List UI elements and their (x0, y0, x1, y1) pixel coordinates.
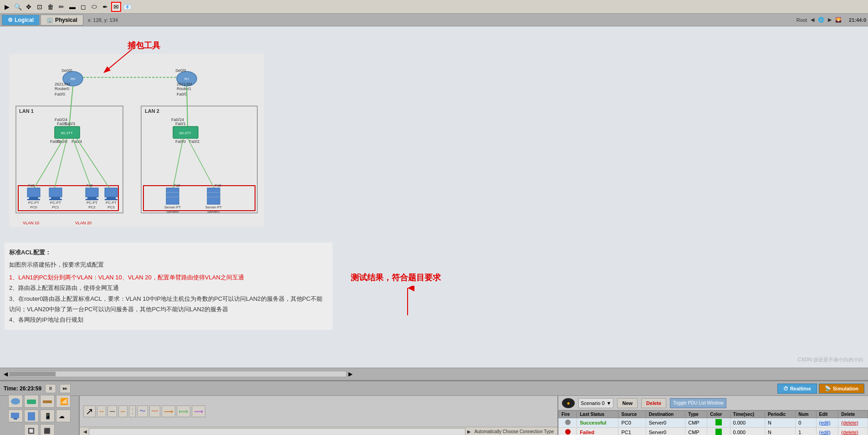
step-btn[interactable]: ⏭ (60, 384, 71, 393)
tool-pdu[interactable]: ✉ (111, 2, 121, 12)
svg-text:R0: R0 (71, 77, 76, 81)
conn-coax[interactable]: 〰 (149, 405, 160, 417)
tool-zoom[interactable]: 🔍 (13, 2, 23, 12)
play-pause-btn[interactable]: ⏸ (45, 384, 56, 393)
col-fire: Fire (559, 411, 577, 418)
device-phone[interactable]: 📱 (40, 410, 55, 422)
bt-main-row: 📶 📱 ☁ 🔲 ⬛ ↗ ╌ ─ ╌ ⁚ 〜 〰 ⟿ (0, 396, 868, 435)
svg-text:Se0/0: Se0/0 (61, 68, 72, 73)
svg-rect-49 (49, 199, 62, 200)
tool-select[interactable]: ▶ (2, 2, 12, 12)
realtime-btn[interactable]: ⏱ Realtime (777, 384, 817, 394)
pdu-row-color (707, 418, 730, 428)
tool-delete[interactable]: 🗑 (46, 2, 56, 12)
svg-text:PC1: PC1 (52, 205, 59, 209)
physical-tab-label: Physical (55, 17, 77, 23)
conn-octal[interactable]: ⟿ (192, 405, 205, 417)
tool-ellipse[interactable]: ◻ (78, 2, 88, 12)
main-area: 捕包工具 R0 Se0/0 2621XM Router0 Fa0/0 R1 Se… (0, 26, 868, 368)
conn-copper-straight[interactable]: ─ (107, 405, 117, 417)
device-switch[interactable] (24, 395, 39, 408)
desc-item-4: 4、各网段的IP地址自行规划 (9, 314, 328, 325)
scroll-left2[interactable]: ◀ (83, 429, 87, 434)
svg-rect-60 (105, 199, 117, 200)
conn-serial-dce[interactable]: ⟿ (162, 405, 175, 417)
scrollbar-thumb[interactable] (10, 372, 56, 376)
pdu-row-periodic: N (765, 418, 795, 428)
logical-tab-icon: ⚙ (8, 17, 13, 23)
tool-rect[interactable]: ▬ (67, 2, 77, 12)
device-pc[interactable] (8, 410, 23, 422)
conn-fiber[interactable]: ⁚ (129, 405, 136, 417)
device-custom1[interactable]: 🔲 (24, 424, 39, 435)
nav-home[interactable]: 🌐 (818, 17, 824, 23)
svg-rect-52 (86, 188, 98, 197)
tool-note[interactable]: ⊡ (35, 2, 45, 12)
tool-inspect[interactable]: ✏ (56, 2, 66, 12)
top-toolbar: ▶ 🔍 ✥ ⊡ 🗑 ✏ ▬ ◻ ⬭ ✒ ✉ 📧 (0, 0, 868, 14)
svg-rect-20 (143, 186, 255, 211)
tab-physical[interactable]: 🏢 Physical (41, 15, 83, 25)
bottom-toolbar: Time: 26:23:59 ⏸ ⏭ ⏱ Realtime 📡 Simulati… (0, 380, 868, 435)
capture-tool-text: 捕包工具 (128, 41, 160, 50)
conn-console[interactable]: ╌ (97, 405, 106, 417)
svg-text:🔲: 🔲 (28, 427, 35, 434)
svg-text:⬛: ⬛ (44, 427, 51, 434)
pdu-row-fire[interactable] (559, 428, 577, 435)
device-hub[interactable] (40, 395, 55, 408)
simulation-label: Simulation (833, 386, 858, 391)
device-server[interactable] (24, 410, 39, 422)
col-color: Color (707, 411, 730, 418)
tool-pen[interactable]: ✒ (100, 2, 110, 12)
scroll-left-arrow[interactable]: ◀ (4, 371, 8, 377)
nav-icon2[interactable]: 🌄 (835, 17, 842, 23)
device-cloud[interactable]: ☁ (56, 410, 71, 422)
conn-serial-dte[interactable]: ⟾ (177, 405, 190, 417)
tool-pdu2[interactable]: 📧 (122, 2, 132, 12)
scroll-right-arrow[interactable]: ▶ (348, 371, 352, 377)
connection-panel: ↗ ╌ ─ ╌ ⁚ 〜 〰 ⟿ ⟾ ⟿ ◀ ▶ Automatically Ch… (80, 396, 558, 435)
description-area: 标准ACL配置： 如图所示搭建拓扑，按要求完成配置 1、LAN1的PC划分到两个… (5, 243, 332, 330)
svg-text:📱: 📱 (44, 412, 52, 420)
device-row-1: 📶 (8, 395, 71, 408)
svg-text:Server-PT: Server-PT (164, 205, 181, 209)
nav-back[interactable]: ◀ (811, 17, 814, 23)
delete-pdu-button[interactable]: Delete (641, 398, 666, 408)
bt-time-row: Time: 26:23:59 ⏸ ⏭ ⏱ Realtime 📡 Simulati… (0, 381, 868, 396)
scenario-dropdown[interactable]: Scenario 0 ▼ (578, 398, 613, 408)
tool-move[interactable]: ✥ (24, 2, 34, 12)
test-result-arrow (401, 286, 414, 318)
realtime-icon: ⏱ (783, 386, 788, 391)
pdu-row-fire[interactable] (559, 418, 577, 428)
tool-freeform[interactable]: ⬭ (89, 2, 99, 12)
svg-text:2621XM: 2621XM (55, 82, 70, 86)
simulation-btn[interactable]: 📡 Simulation (819, 384, 864, 394)
svg-text:Fa0/0: Fa0/0 (175, 139, 186, 144)
conn-copper-cross[interactable]: ╌ (118, 405, 128, 417)
conn-phone[interactable]: 〜 (137, 405, 148, 417)
pdu-table-wrap: Fire Last Status Source Destination Type… (558, 410, 868, 435)
nav-forward[interactable]: ▶ (828, 17, 832, 23)
pdu-row-edit[interactable]: (edit) (816, 418, 838, 428)
network-diagram: R0 Se0/0 2621XM Router0 Fa0/0 R1 Se0/0 2… (9, 54, 264, 227)
new-pdu-button[interactable]: New (617, 398, 638, 408)
physical-tab-icon: 🏢 (46, 17, 53, 23)
scroll-right2[interactable]: ▶ (467, 429, 471, 434)
pdu-row-edit[interactable]: (edit) (816, 428, 838, 435)
device-custom2[interactable]: ⬛ (40, 424, 55, 435)
pdu-row-delete[interactable]: (delete) (838, 418, 868, 428)
toggle-pdu-button[interactable]: Toggle PDU List Window (670, 398, 726, 408)
pdu-row-color (707, 428, 730, 435)
device-router[interactable] (8, 395, 23, 408)
col-periodic: Periodic (765, 411, 795, 418)
pdu-row-delete[interactable]: (delete) (838, 428, 868, 435)
svg-text:Server1: Server1 (207, 210, 220, 214)
svg-text:R1: R1 (184, 77, 189, 81)
tab-logical[interactable]: ⚙ Logical (2, 15, 40, 25)
horizontal-scrollbar[interactable] (10, 371, 347, 377)
svg-text:Router0: Router0 (55, 86, 69, 91)
conn-auto[interactable]: ↗ (83, 405, 96, 417)
pdu-row-dest: Server0 (646, 418, 685, 428)
device-wireless[interactable]: 📶 (56, 395, 71, 408)
svg-text:60-2TT: 60-2TT (179, 131, 191, 135)
